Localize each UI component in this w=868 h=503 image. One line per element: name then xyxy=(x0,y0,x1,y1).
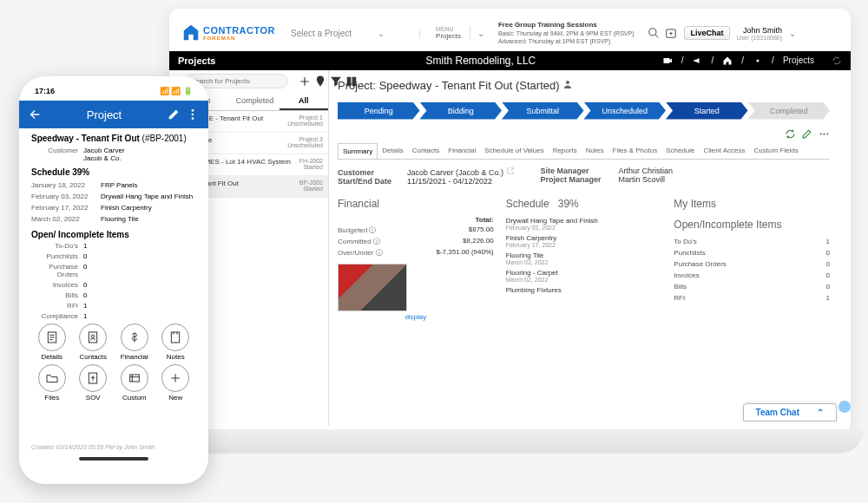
phone-buttons-row1: Details Contacts Financial Notes xyxy=(31,323,196,361)
more-icon[interactable] xyxy=(819,128,830,140)
svg-point-7 xyxy=(820,133,822,134)
tab-completed[interactable]: Completed xyxy=(230,93,279,110)
laptop-frame: CONTRACTORFOREMAN Select a Project⌄ MENU… xyxy=(169,9,851,434)
header-icons xyxy=(648,27,677,39)
stage-bidding[interactable]: Bidding xyxy=(420,102,503,120)
stage-started[interactable]: Started xyxy=(666,102,748,120)
details-button[interactable]: Details xyxy=(38,323,66,361)
home-indicator[interactable] xyxy=(79,457,148,461)
calendar-add-icon[interactable] xyxy=(665,27,677,39)
phone-frame: 17:16 📶 📶 🔋 Project Speedway - Tenant Fi… xyxy=(19,76,208,484)
tab-contacts[interactable]: Contacts xyxy=(408,143,444,159)
chevron-down-icon: ⌄ xyxy=(378,29,385,38)
summary-columns: Financial Total: Budgeted ⓘ$875.00 Commi… xyxy=(338,198,830,321)
back-icon[interactable] xyxy=(28,108,42,121)
livechat-button[interactable]: LiveChat xyxy=(684,26,729,40)
financial-button[interactable]: Financial xyxy=(121,323,148,361)
contacts-button[interactable]: Contacts xyxy=(79,323,107,361)
phone-title: Project xyxy=(42,108,167,121)
tab-details[interactable]: Details xyxy=(378,143,407,159)
tab-schedule[interactable]: Schedule xyxy=(661,143,699,159)
refresh-icon[interactable] xyxy=(785,128,796,140)
svg-point-11 xyxy=(192,114,194,116)
phone-notch xyxy=(75,76,153,92)
svg-rect-18 xyxy=(129,375,139,382)
more-icon[interactable] xyxy=(186,108,200,121)
tab-financial[interactable]: Financial xyxy=(444,143,480,159)
menu-dropdown[interactable]: MENUProjects xyxy=(427,26,470,40)
megaphone-icon[interactable] xyxy=(693,56,703,66)
search-icon[interactable] xyxy=(648,27,660,39)
tab-reports[interactable]: Reports xyxy=(549,143,582,159)
edit-icon[interactable] xyxy=(167,108,181,121)
project-title: Project: Speedway - Tenant Fit Out (Star… xyxy=(338,75,830,95)
svg-point-0 xyxy=(649,29,656,36)
display-link[interactable]: display xyxy=(338,313,494,321)
files-button[interactable]: Files xyxy=(38,364,66,402)
detail-tabs: Summary Details Contacts Financial Sched… xyxy=(338,143,830,160)
phone-buttons-row2: Files SOV Custom New xyxy=(31,364,196,402)
financial-section: Financial Total: Budgeted ⓘ$875.00 Commi… xyxy=(338,198,494,321)
gear-icon[interactable] xyxy=(753,56,763,66)
myitems-section: My Items Open/Incomplete Items To Do's1 … xyxy=(674,198,830,321)
stage-unscheduled[interactable]: Unscheduled xyxy=(584,102,667,120)
top-bar: CONTRACTORFOREMAN Select a Project⌄ MENU… xyxy=(181,19,838,51)
stage-pending[interactable]: Pending xyxy=(338,102,420,120)
page-title: Projects xyxy=(178,56,299,66)
select-project-dropdown[interactable]: Select a Project⌄ xyxy=(282,29,420,38)
svg-point-2 xyxy=(757,59,760,62)
breadcrumb[interactable]: Projects xyxy=(783,56,814,65)
phone-project-name: Speedway - Tenant Fit Out (#BP-2001) xyxy=(31,134,196,143)
tab-notes[interactable]: Notes xyxy=(582,143,608,159)
stage-submittal[interactable]: Submittal xyxy=(502,102,584,120)
svg-point-12 xyxy=(192,117,194,120)
laptop-base xyxy=(152,429,864,454)
company-name: Smith Remodeling, LLC xyxy=(299,55,662,67)
user-menu[interactable]: John Smith User (10316086) xyxy=(737,26,783,41)
brand-sub: FOREMAN xyxy=(203,36,275,41)
tab-summary[interactable]: Summary xyxy=(338,143,378,159)
tab-files[interactable]: Files & Photos xyxy=(608,143,662,159)
svg-point-9 xyxy=(826,133,828,134)
home-icon[interactable] xyxy=(722,56,733,66)
plus-icon[interactable] xyxy=(299,75,311,88)
tab-all[interactable]: All xyxy=(279,93,328,110)
chevron-down-icon: ⌄ xyxy=(789,29,796,38)
chat-bubble-icon[interactable] xyxy=(838,401,851,413)
notes-button[interactable]: Notes xyxy=(161,323,189,361)
new-button[interactable]: New xyxy=(161,364,189,402)
brand-name: CONTRACTOR xyxy=(203,25,275,36)
training-info: Free Group Training Sessions Basic: Thur… xyxy=(491,21,641,46)
brand-logo[interactable]: CONTRACTORFOREMAN xyxy=(181,23,275,42)
signal-wifi-battery-icons: 📶 📶 🔋 xyxy=(160,87,193,95)
project-detail: Project: Speedway - Tenant Fit Out (Star… xyxy=(329,70,838,426)
sov-button[interactable]: SOV xyxy=(79,364,107,402)
svg-point-8 xyxy=(823,133,825,134)
video-icon[interactable] xyxy=(662,56,673,66)
title-bar: Projects Smith Remodeling, LLC / / / / P… xyxy=(169,51,851,70)
created-text: Created: 03/14/2020 05:56 PM by John Smi… xyxy=(26,441,201,454)
stage-completed[interactable]: Completed xyxy=(748,102,831,120)
phone-body: Speedway - Tenant Fit Out (#BP-2001) Cus… xyxy=(26,128,201,441)
tab-client[interactable]: Client Access xyxy=(699,143,749,159)
photo-thumbnail[interactable] xyxy=(338,264,407,311)
schedule-section: Schedule 39% Drywall Hang Tape and Finis… xyxy=(506,198,662,321)
svg-point-6 xyxy=(566,81,569,84)
project-info: CustomerJacob Carver (Jacob & Co.) Start… xyxy=(338,160,830,193)
svg-point-10 xyxy=(192,109,194,112)
svg-rect-16 xyxy=(172,332,180,343)
chevron-up-icon: ⌃ xyxy=(817,408,824,417)
refresh-icon[interactable] xyxy=(832,56,842,66)
team-chat-button[interactable]: Team Chat⌃ xyxy=(743,403,837,421)
phone-header: Project xyxy=(19,101,208,128)
custom-button[interactable]: Custom xyxy=(121,364,148,402)
pin-icon[interactable] xyxy=(314,75,326,88)
tab-custom[interactable]: Custom Fields xyxy=(750,143,803,159)
stage-pipeline: Pending Bidding Submittal Unscheduled St… xyxy=(338,102,830,120)
tab-sov[interactable]: Schedule of Values xyxy=(480,143,548,159)
person-icon xyxy=(562,79,573,89)
main-content: en Completed All PALACE - Tenant Fit Out… xyxy=(181,70,838,426)
chevron-down-icon: ⌄ xyxy=(477,29,484,38)
external-icon[interactable] xyxy=(506,167,515,175)
edit-icon[interactable] xyxy=(801,128,812,140)
